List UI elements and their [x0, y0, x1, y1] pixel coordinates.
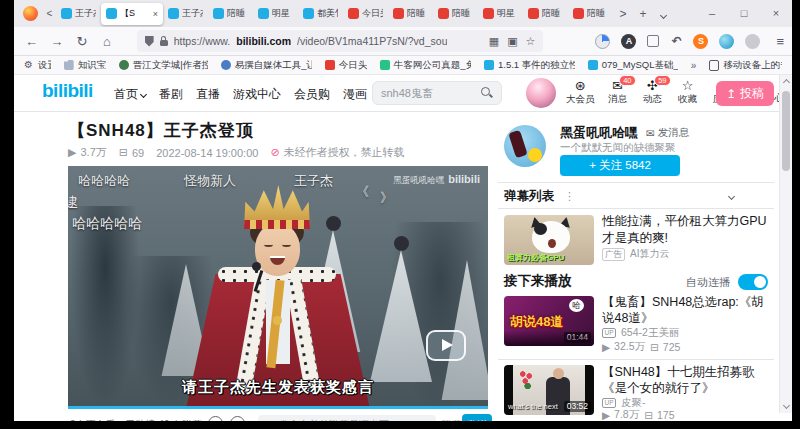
related-video-uploader[interactable]: UP654-2王美丽 [602, 326, 679, 340]
tab-close-icon[interactable]: × [153, 9, 158, 19]
url-bar[interactable]: https://www.bilibili.com/video/BV1ma411P… [137, 30, 544, 52]
browser-tab[interactable]: 陪睡 [208, 3, 253, 25]
nav-manga[interactable]: 漫画 [343, 86, 367, 103]
page-scrollbar[interactable] [779, 75, 792, 413]
grey-extension-icon[interactable] [745, 34, 760, 49]
a-extension-icon[interactable]: A [621, 34, 636, 49]
bookmark-item[interactable]: 晋江文学城|作者控制... [119, 59, 208, 72]
related-video-title[interactable]: 【鬼畜】SNH48总选rap:《胡说48道》 [602, 294, 772, 327]
nav-label: 会员购 [294, 86, 330, 103]
bookmark-star-icon[interactable]: ☆ [526, 35, 536, 48]
menu-icon[interactable]: ≡ [776, 34, 784, 49]
browser-tab-active[interactable]: 【S× [101, 3, 163, 25]
font-style-icon[interactable]: A [265, 419, 273, 421]
teal-extension-icon[interactable] [719, 34, 734, 49]
bookmark-item[interactable]: ⚙设置 [24, 59, 51, 72]
lock-icon[interactable] [160, 40, 168, 46]
danmaku-icon: ⊟ [650, 341, 659, 353]
nav-game-center[interactable]: 游戏中心 [233, 86, 281, 103]
search-input[interactable]: snh48鬼畜 [372, 81, 502, 105]
browser-tab[interactable]: 明星 [478, 3, 523, 25]
danmaku-list-header: 弹幕列表 ⋮ [504, 188, 774, 205]
nav-vip-shop[interactable]: 会员购 [294, 86, 330, 103]
video-thumbnail[interactable]: what's the next 03:52 [504, 365, 594, 415]
back-button[interactable]: ← [22, 34, 41, 49]
minimize-button[interactable]: – [696, 0, 728, 27]
bookmark-item[interactable]: 易撰自媒体工具_让内... [221, 59, 312, 72]
browser-tab[interactable]: 都美竹 [298, 3, 343, 25]
shield-icon[interactable] [145, 36, 154, 47]
browser-tab[interactable]: 王子杰 [56, 3, 101, 25]
reload-button[interactable]: ↻ [72, 34, 91, 49]
screenshot-extension-icon[interactable] [647, 35, 659, 47]
uploader-name[interactable]: 黑蛋吼吼哈嘿 [560, 124, 638, 142]
bookmark-label: 设置 [38, 59, 51, 72]
browser-tab[interactable]: 明星 [253, 3, 298, 25]
firefox-icon[interactable] [23, 6, 38, 21]
browser-tab[interactable]: 陪睡 [523, 3, 568, 25]
play-icon: ▶ [602, 409, 610, 421]
bookmark-item[interactable]: 079_MySQL基础_sql... [588, 59, 678, 72]
progress-bar[interactable] [68, 406, 488, 409]
undo-extension-icon[interactable]: ↶ [670, 34, 682, 49]
tab-scroll-right-button[interactable]: > [613, 7, 633, 21]
uploader-avatar[interactable] [504, 125, 546, 167]
browser-tab[interactable]: 陪睡 [568, 3, 613, 25]
timer-extension-icon[interactable] [595, 34, 610, 49]
video-subtitle: 请王子杰先生发表获奖感言 [68, 378, 488, 397]
browser-tab[interactable]: 陪睡 [433, 3, 478, 25]
qr-code-icon[interactable]: ▦ [489, 35, 499, 48]
s-extension-icon[interactable]: S [693, 34, 708, 49]
white-costume [368, 250, 434, 382]
nav-home[interactable]: 首页 [114, 86, 146, 103]
danmaku-comment: 怪物新人 [184, 172, 236, 190]
bookmark-item[interactable]: 1.5.1 事件的独立性【... [484, 59, 575, 72]
bilibili-logo[interactable]: bilibili [42, 80, 93, 102]
related-video-title[interactable]: 【SNH48】十七期生招募歌《是个女的就行了》 [602, 364, 772, 397]
forward-button[interactable]: → [47, 34, 66, 49]
send-danmaku-button[interactable]: 发送 [462, 414, 492, 421]
danmaku-input[interactable]: A 发个友善的弹幕见证当下 [258, 415, 436, 421]
close-window-button[interactable]: × [760, 0, 792, 27]
video-thumbnail[interactable]: 胡说48道 哈 01:44 [504, 296, 594, 346]
browser-tab[interactable]: 王子杰 [163, 3, 208, 25]
bookmark-item[interactable]: 今日头条 [325, 59, 367, 72]
scrollbar-thumb[interactable] [782, 91, 790, 171]
new-tab-button[interactable]: + [633, 7, 653, 21]
ad-thumbnail[interactable]: 租算力必备GPU [504, 215, 594, 265]
play-overlay-button[interactable] [426, 330, 466, 361]
nav-live[interactable]: 直播 [196, 86, 220, 103]
video-player[interactable]: 哈哈哈哈 怪物新人 王子杰 《 》 逮 哈哈哈哈哈 黑蛋吼吼哈嘿bilibili… [68, 166, 488, 409]
bookmark-folder[interactable]: 知识宝藏 [64, 59, 106, 72]
emoji-icon[interactable] [230, 416, 245, 421]
tab-scroll-left-button[interactable]: < [43, 8, 56, 19]
emoji-icon[interactable] [208, 416, 223, 421]
fur-trim [235, 277, 271, 392]
autoplay-toggle[interactable] [738, 274, 768, 290]
ad-title[interactable]: 性能拉满，平价租大算力GPU才是真的爽! [602, 213, 772, 247]
scroll-up-arrow[interactable] [783, 79, 790, 86]
bookmarks-overflow-button[interactable]: » [691, 60, 697, 71]
tab-label: 王子杰 [75, 7, 96, 20]
maximize-button[interactable]: □ [728, 0, 760, 27]
white-costume [304, 230, 362, 352]
mobile-bookmarks[interactable]: 移动设备上的书签 [709, 59, 782, 72]
picture-in-picture-icon[interactable]: ▣ [507, 35, 517, 48]
bookmark-item[interactable]: 牛客网公司真题_免费... [380, 59, 471, 72]
advertiser-name: AI算力云 [630, 247, 669, 261]
collapse-chevron-icon[interactable] [728, 193, 735, 200]
sidebar: 黑蛋吼吼哈嘿 ✉发消息 一个默默无闻的缺德聚聚 + 关注 5842 弹幕列表 ⋮… [498, 75, 778, 421]
tab-label: 明星 [497, 7, 518, 20]
nav-bangumi[interactable]: 番剧 [159, 86, 183, 103]
browser-tab[interactable]: 陪睡 [388, 3, 433, 25]
dancer-head [326, 216, 341, 231]
scroll-down-arrow[interactable] [783, 402, 790, 409]
list-tabs-button[interactable] [653, 7, 673, 21]
send-message-link[interactable]: ✉发消息 [646, 126, 689, 140]
follow-button[interactable]: + 关注 5842 [560, 155, 680, 176]
search-icon[interactable] [481, 87, 493, 99]
toutiao-favicon [348, 8, 359, 19]
home-button[interactable]: ⌂ [97, 34, 116, 49]
more-icon[interactable]: ⋮ [564, 190, 575, 203]
browser-tab[interactable]: 今日头 [343, 3, 388, 25]
